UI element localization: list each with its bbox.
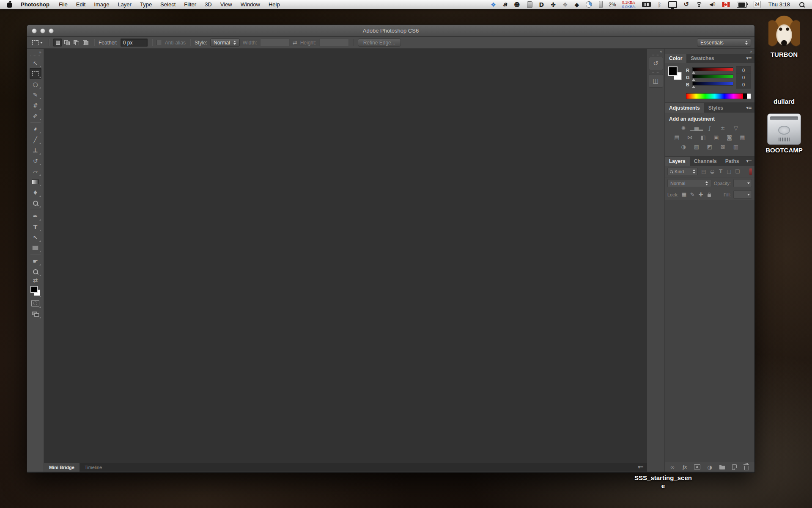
menu-select[interactable]: Select <box>156 0 180 9</box>
new-adjustment-layer-icon[interactable]: ◑ <box>706 462 713 472</box>
black-white-icon[interactable]: ◧ <box>699 134 708 141</box>
color-panel-menu-icon[interactable]: ▾≡ <box>743 54 754 63</box>
add-to-selection-button[interactable] <box>63 39 71 47</box>
properties-panel-button[interactable]: ◫ <box>649 74 663 88</box>
channel-slider[interactable] <box>692 67 733 71</box>
tab-styles[interactable]: Styles <box>704 103 727 113</box>
filter-kind-dropdown[interactable]: Kind <box>667 168 698 175</box>
tool-preset-picker[interactable] <box>30 39 44 46</box>
alfred-icon[interactable]: a <box>499 0 510 9</box>
menu-photoshop[interactable]: Photoshop <box>16 0 55 9</box>
channel-value-input[interactable] <box>736 74 751 81</box>
dropbox-icon[interactable]: ❖ <box>487 0 499 9</box>
spot-healing-brush-tool[interactable]: ▰ <box>30 124 41 134</box>
antialias-checkbox[interactable] <box>156 40 162 45</box>
apple-menu-icon[interactable] <box>7 1 12 8</box>
color-spectrum-ramp[interactable] <box>686 93 751 99</box>
channel-value-input[interactable] <box>736 81 751 88</box>
lock-image-pixels-icon[interactable]: ✎ <box>689 191 695 198</box>
curves-icon[interactable]: ∫ <box>705 124 714 132</box>
panels-collapse-button[interactable]: » <box>665 49 754 54</box>
slider-thumb-icon[interactable] <box>692 78 695 81</box>
workspace-dropdown[interactable]: Essentials <box>697 39 751 47</box>
cpu-percent[interactable]: 2% <box>606 2 618 8</box>
blend-mode-dropdown[interactable]: Normal <box>667 179 711 187</box>
channel-mixer-icon[interactable]: ◙ <box>725 134 734 141</box>
feather-input[interactable] <box>121 39 148 47</box>
swap-width-height-icon[interactable]: ⇄ <box>293 39 297 46</box>
lock-all-icon[interactable] <box>706 191 712 198</box>
intersect-selection-button[interactable] <box>81 39 90 47</box>
quick-mask-button[interactable] <box>30 298 41 309</box>
desktop-icon-dullard[interactable]: dullard <box>762 66 806 105</box>
tools-collapse-button[interactable]: » <box>27 50 44 55</box>
dodge-tool[interactable] <box>30 198 41 208</box>
desktop-icon-turbon[interactable]: TURBON <box>762 14 806 58</box>
opacity-value-box[interactable] <box>733 179 752 187</box>
filter-adjustment-layers-icon[interactable]: ◒ <box>709 168 716 174</box>
clone-stamp-tool[interactable]: ⊥ <box>30 145 41 155</box>
width-input[interactable] <box>260 39 290 47</box>
tab-color[interactable]: Color <box>665 54 686 63</box>
gradient-tool[interactable] <box>30 177 41 187</box>
cube-icon[interactable]: ◆ <box>571 0 583 9</box>
bluetooth-icon[interactable]: ᛒ <box>654 0 664 9</box>
time-machine-icon[interactable]: ↺ <box>680 0 693 9</box>
foreground-background-swatches[interactable] <box>30 284 41 298</box>
menu-3d[interactable]: 3D <box>200 0 216 9</box>
vibrance-icon[interactable]: ▽ <box>731 124 741 132</box>
meter-icon[interactable] <box>595 0 606 9</box>
title-bar[interactable]: Adobe Photoshop CS6 <box>27 25 754 37</box>
lock-position-icon[interactable]: ✚ <box>698 191 704 198</box>
filter-type-layers-icon[interactable]: T <box>717 168 724 174</box>
rectangular-marquee-tool[interactable] <box>30 68 41 79</box>
spectrum-white-swatch[interactable] <box>747 94 751 99</box>
spectrum-gradient[interactable] <box>686 94 743 99</box>
tab-timeline[interactable]: Timeline <box>80 463 107 472</box>
volume-icon[interactable]: ◀ <box>706 0 719 9</box>
menu-view[interactable]: View <box>216 0 236 9</box>
adjustments-panel-menu-icon[interactable]: ▾≡ <box>743 103 754 113</box>
dock-drag-grip[interactable] <box>651 55 661 55</box>
menu-window[interactable]: Window <box>236 0 264 9</box>
menu-type[interactable]: Type <box>136 0 156 9</box>
threshold-icon[interactable]: ◩ <box>705 143 714 150</box>
tab-layers[interactable]: Layers <box>665 157 690 166</box>
hue-saturation-icon[interactable]: ▤ <box>672 134 682 141</box>
rectangle-tool[interactable] <box>30 243 41 253</box>
wifi-icon[interactable] <box>692 0 706 9</box>
dock-drag-grip[interactable] <box>651 72 661 73</box>
blur-tool[interactable]: ♦ <box>30 187 41 198</box>
menu-image[interactable]: Image <box>90 0 113 9</box>
diamond-dots-icon[interactable]: ❖ <box>559 0 571 9</box>
menu-bar-clock[interactable]: Thu 3:18 <box>764 1 794 8</box>
hand-tool[interactable]: ☛ <box>30 256 41 266</box>
display-icon[interactable] <box>665 0 680 9</box>
screen-mode-button[interactable] <box>30 309 41 319</box>
eyedropper-tool[interactable]: ✐ <box>30 110 41 121</box>
slider-thumb-icon[interactable] <box>692 86 695 88</box>
refine-edge-button[interactable]: Refine Edge... <box>358 39 401 47</box>
style-dropdown[interactable]: Normal <box>210 39 240 47</box>
tools-drag-grip[interactable] <box>30 55 41 56</box>
invert-icon[interactable]: ◑ <box>679 143 688 150</box>
tab-paths[interactable]: Paths <box>721 157 743 166</box>
new-selection-button[interactable] <box>53 39 62 47</box>
filter-smart-objects-icon[interactable]: ❏ <box>734 168 741 174</box>
lock-transparent-pixels-icon[interactable]: ▦ <box>681 191 687 198</box>
path-selection-tool[interactable]: ↖ <box>30 232 41 243</box>
filter-on-toggle[interactable] <box>749 168 752 175</box>
history-panel-button[interactable]: ↺ <box>649 57 663 70</box>
menu-layer[interactable]: Layer <box>113 0 136 9</box>
d-app-icon[interactable]: D <box>536 0 548 9</box>
new-group-icon[interactable] <box>719 462 725 472</box>
add-layer-mask-icon[interactable] <box>694 462 701 472</box>
drive-slab-icon[interactable] <box>524 0 536 9</box>
filter-pixel-layers-icon[interactable]: ▤ <box>700 168 707 174</box>
filter-shape-layers-icon[interactable]: □ <box>726 168 732 174</box>
channel-slider[interactable] <box>692 75 733 78</box>
exposure-icon[interactable]: ± <box>718 124 727 132</box>
spectrum-black-swatch[interactable] <box>743 94 747 99</box>
levels-icon[interactable]: ▁▅▂ <box>692 124 701 132</box>
network-throughput[interactable]: 0.1KB/s 0.0KB/s <box>619 0 639 9</box>
